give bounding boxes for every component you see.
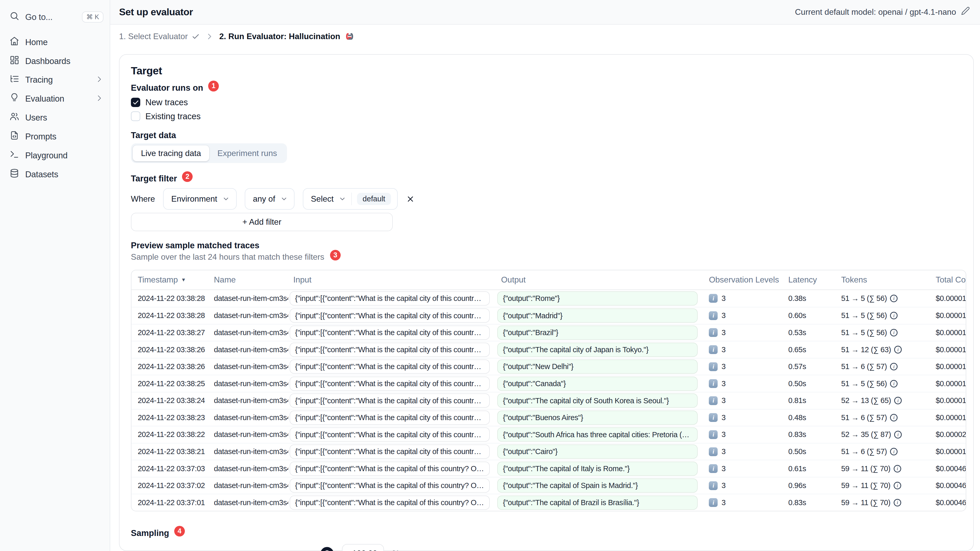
timestamp-cell: 2024-11-22 03:38:25 [132,380,209,388]
total-cost-cell: $0.000016 [931,396,966,405]
input-cell: {"input":[{"content":"What is the capita… [288,376,496,391]
remove-filter-button[interactable] [406,195,415,203]
table-row[interactable]: 2024-11-22 03:38:25dataset-run-item-cm3s… [132,375,966,392]
column-header-observation-levels[interactable]: Observation Levels [704,275,783,284]
page-title: Set up evaluator [119,6,193,17]
latency-cell: 0.83s [783,430,836,439]
checkbox-icon[interactable] [131,98,140,107]
goto-search[interactable]: Go to... ⌘ K [0,6,110,28]
total-cost-cell: $0.000011 ( [931,329,966,337]
column-header-timestamp[interactable]: Timestamp▼ [132,275,209,284]
column-header-input[interactable]: Input [288,275,496,284]
sidebar-item-playground[interactable]: Playground [0,146,110,165]
sidebar-item-prompts[interactable]: Prompts [0,127,110,146]
info-circle-icon: i [894,346,902,353]
sidebar-item-tracing[interactable]: Tracing [0,70,110,89]
filter-row: Where Environment any of Select default [131,188,966,210]
filter-column-select[interactable]: Environment [163,188,237,210]
input-json-chip: {"input":[{"content":"What is the capita… [290,326,490,340]
output-cell: {"output":"Madrid"} [496,308,704,323]
sidebar-item-evaluation[interactable]: Evaluation [0,89,110,108]
sampling-value-input[interactable]: 100.00 [342,544,384,551]
file-code-icon [10,130,19,143]
info-circle-icon: i [894,431,902,438]
observation-levels-cell: i3 [704,396,783,405]
input-json-chip: {"input":[{"content":"What is the capita… [290,359,490,374]
tab-live-tracing-data[interactable]: Live tracing data [133,145,209,161]
info-square-icon: i [709,379,718,388]
output-cell: {"output":"The capital of Spain is Madri… [496,478,704,493]
sidebar-item-datasets[interactable]: Datasets [0,165,110,184]
column-header-output[interactable]: Output [496,275,704,284]
sidebar: Go to... ⌘ K HomeDashboardsTracingEvalua… [0,0,110,551]
observation-levels-cell: i3 [704,481,783,490]
preview-subheading: Sample over the last 24 hours that match… [131,252,966,262]
table-header-row: Timestamp▼NameInputOutputObservation Lev… [132,270,966,290]
sampling-slider[interactable] [131,544,328,551]
info-square-icon: i [709,294,718,303]
input-json-chip: {"input":[{"content":"What is the capita… [290,411,490,425]
list-tree-icon [10,74,19,86]
latency-cell: 0.53s [783,329,836,337]
edit-pencil-icon[interactable] [961,6,970,17]
step-badge-4: 4 [174,526,185,537]
checkbox-existing-traces[interactable]: Existing traces [131,111,966,122]
total-cost-cell: $0.000015 [931,346,966,354]
sidebar-item-users[interactable]: Users [0,108,110,127]
observation-levels-cell: i3 [704,430,783,439]
slider-handle[interactable] [320,547,334,551]
breadcrumb-step2: 2. Run Evaluator: Hallucination [220,31,355,41]
filter-value-select[interactable]: Select default [303,188,398,210]
table-row[interactable]: 2024-11-22 03:38:26dataset-run-item-cm3s… [132,341,966,358]
breadcrumb-step1[interactable]: 1. Select Evaluator [119,32,200,41]
name-cell: dataset-run-item-cm3s4 [209,499,288,507]
add-filter-button[interactable]: + Add filter [131,213,393,231]
table-row[interactable]: 2024-11-22 03:37:03dataset-run-item-cm3s… [132,460,966,477]
tab-experiment-runs[interactable]: Experiment runs [209,145,285,161]
table-row[interactable]: 2024-11-22 03:38:24dataset-run-item-cm3s… [132,392,966,409]
column-header-latency[interactable]: Latency [783,275,836,284]
total-cost-cell: $0.000011 ( [931,447,966,456]
latency-cell: 0.65s [783,346,836,354]
filter-operator-select[interactable]: any of [245,188,294,210]
info-circle-icon: i [890,448,897,456]
home-icon [10,36,19,48]
name-cell: dataset-run-item-cm3s4 [209,481,288,490]
output-json-chip: {"output":"Cairo"} [497,445,698,459]
info-circle-icon: i [894,499,901,507]
checkbox-new-traces[interactable]: New traces [131,97,966,108]
checkbox-icon[interactable] [131,111,140,121]
info-circle-icon: i [890,380,897,387]
table-row[interactable]: 2024-11-22 03:38:23dataset-run-item-cm3s… [132,409,966,426]
input-cell: {"input":[{"content":"What is the capita… [288,291,496,306]
table-row[interactable]: 2024-11-22 03:38:28dataset-run-item-cm3s… [132,290,966,307]
output-cell: {"output":"The capital of Italy is Rome.… [496,462,704,476]
table-row[interactable]: 2024-11-22 03:37:01dataset-run-item-cm3s… [132,494,966,511]
table-row[interactable]: 2024-11-22 03:38:27dataset-run-item-cm3s… [132,324,966,341]
table-row[interactable]: 2024-11-22 03:38:28dataset-run-item-cm3s… [132,307,966,324]
info-circle-icon: i [890,312,897,319]
output-json-chip: {"output":"Rome"} [497,291,698,306]
sidebar-item-home[interactable]: Home [0,33,110,52]
percent-label: % [392,549,399,551]
timestamp-cell: 2024-11-22 03:38:24 [132,396,209,405]
divider [351,192,352,205]
sort-desc-icon: ▼ [181,277,186,282]
tokens-cell: 52 → 35 (∑ 87)i [836,430,931,439]
table-row[interactable]: 2024-11-22 03:38:21dataset-run-item-cm3s… [132,443,966,460]
column-header-tokens[interactable]: Tokens [836,275,931,284]
total-cost-cell: $0.000011 ( [931,294,966,303]
table-row[interactable]: 2024-11-22 03:38:26dataset-run-item-cm3s… [132,358,966,375]
input-cell: {"input":[{"content":"What is the capita… [288,308,496,323]
timestamp-cell: 2024-11-22 03:38:26 [132,346,209,354]
sidebar-item-dashboards[interactable]: Dashboards [0,52,110,70]
column-header-name[interactable]: Name [209,275,288,284]
column-header-total-cost[interactable]: Total Cost [931,275,966,284]
table-row[interactable]: 2024-11-22 03:38:22dataset-run-item-cm3s… [132,426,966,443]
sidebar-item-label: Dashboards [25,56,70,66]
latency-cell: 0.48s [783,413,836,422]
output-json-chip: {"output":"New Delhi"} [497,359,698,374]
name-cell: dataset-run-item-cm3s4 [209,430,288,439]
table-row[interactable]: 2024-11-22 03:37:02dataset-run-item-cm3s… [132,477,966,494]
timestamp-cell: 2024-11-22 03:38:23 [132,413,209,422]
